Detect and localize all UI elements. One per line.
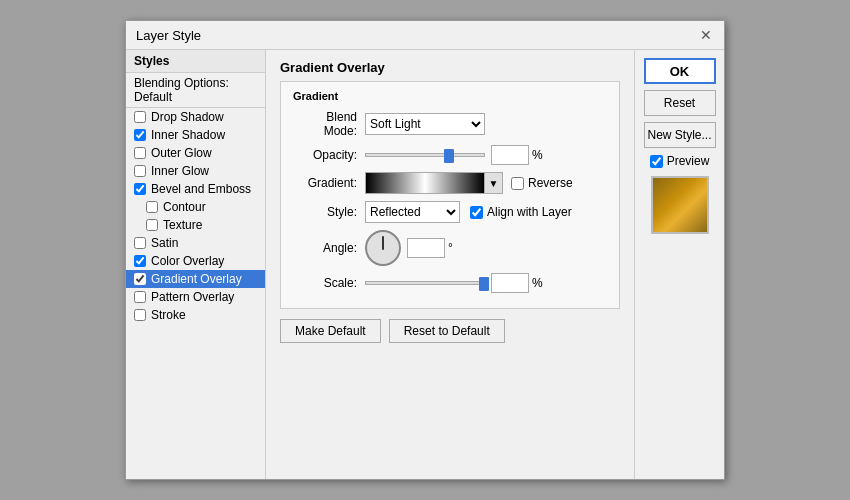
stroke-checkbox[interactable] xyxy=(134,309,146,321)
stroke-item[interactable]: Stroke xyxy=(126,306,265,324)
drop-shadow-checkbox[interactable] xyxy=(134,111,146,123)
angle-input[interactable]: 90 xyxy=(407,238,445,258)
bevel-emboss-checkbox[interactable] xyxy=(134,183,146,195)
dialog-body: Styles Blending Options: Default Drop Sh… xyxy=(126,50,724,479)
reset-button[interactable]: Reset xyxy=(644,90,716,116)
reverse-label: Reverse xyxy=(528,176,573,190)
style-control: Reflected Linear Radial Angle Diamond Al… xyxy=(365,201,572,223)
inner-shadow-item[interactable]: Inner Shadow xyxy=(126,126,265,144)
angle-unit: ° xyxy=(448,241,453,255)
scale-label: Scale: xyxy=(293,276,365,290)
inner-glow-item[interactable]: Inner Glow xyxy=(126,162,265,180)
opacity-label: Opacity: xyxy=(293,148,365,162)
blending-options-item[interactable]: Blending Options: Default xyxy=(126,73,265,108)
drop-shadow-label: Drop Shadow xyxy=(151,110,224,124)
preview-swatch xyxy=(651,176,709,234)
scale-unit: % xyxy=(532,276,543,290)
gradient-overlay-item[interactable]: Gradient Overlay xyxy=(126,270,265,288)
center-panel: Gradient Overlay Gradient Blend Mode: So… xyxy=(266,50,634,479)
close-button[interactable]: ✕ xyxy=(698,27,714,43)
gradient-control: ▼ Reverse xyxy=(365,172,573,194)
preview-label: Preview xyxy=(650,154,710,168)
scale-slider-thumb[interactable] xyxy=(479,277,489,291)
scale-control: 100 % xyxy=(365,273,543,293)
scale-row: Scale: 100 % xyxy=(293,273,607,293)
pattern-overlay-label: Pattern Overlay xyxy=(151,290,234,304)
stroke-label: Stroke xyxy=(151,308,186,322)
drop-shadow-item[interactable]: Drop Shadow xyxy=(126,108,265,126)
gradient-label: Gradient: xyxy=(293,176,365,190)
color-overlay-checkbox[interactable] xyxy=(134,255,146,267)
scale-input[interactable]: 100 xyxy=(491,273,529,293)
opacity-unit: % xyxy=(532,148,543,162)
inner-shadow-label: Inner Shadow xyxy=(151,128,225,142)
group-label: Gradient xyxy=(293,90,607,102)
texture-label: Texture xyxy=(163,218,202,232)
gradient-overlay-checkbox[interactable] xyxy=(134,273,146,285)
opacity-row: Opacity: 70 % xyxy=(293,145,607,165)
contour-label: Contour xyxy=(163,200,206,214)
title-bar: Layer Style ✕ xyxy=(126,21,724,50)
style-row: Style: Reflected Linear Radial Angle Dia… xyxy=(293,201,607,223)
gradient-swatch[interactable] xyxy=(365,172,485,194)
contour-checkbox[interactable] xyxy=(146,201,158,213)
dialog-title: Layer Style xyxy=(136,28,201,43)
inner-shadow-checkbox[interactable] xyxy=(134,129,146,141)
opacity-input[interactable]: 70 xyxy=(491,145,529,165)
angle-label: Angle: xyxy=(293,241,365,255)
ok-button[interactable]: OK xyxy=(644,58,716,84)
make-default-button[interactable]: Make Default xyxy=(280,319,381,343)
pattern-overlay-item[interactable]: Pattern Overlay xyxy=(126,288,265,306)
reset-to-default-button[interactable]: Reset to Default xyxy=(389,319,505,343)
angle-dial[interactable] xyxy=(365,230,401,266)
left-panel: Styles Blending Options: Default Drop Sh… xyxy=(126,50,266,479)
scale-slider-track[interactable] xyxy=(365,281,485,285)
reverse-checkbox[interactable] xyxy=(511,177,524,190)
outer-glow-item[interactable]: Outer Glow xyxy=(126,144,265,162)
preview-checkbox[interactable] xyxy=(650,155,663,168)
color-overlay-item[interactable]: Color Overlay xyxy=(126,252,265,270)
texture-item[interactable]: Texture xyxy=(126,216,265,234)
inner-glow-checkbox[interactable] xyxy=(134,165,146,177)
pattern-overlay-checkbox[interactable] xyxy=(134,291,146,303)
gradient-row: Gradient: ▼ Reverse xyxy=(293,172,607,194)
style-select[interactable]: Reflected Linear Radial Angle Diamond xyxy=(365,201,460,223)
opacity-slider-thumb[interactable] xyxy=(444,149,454,163)
outer-glow-checkbox[interactable] xyxy=(134,147,146,159)
satin-checkbox[interactable] xyxy=(134,237,146,249)
angle-row: Angle: 90 ° xyxy=(293,230,607,266)
reverse-check-label: Reverse xyxy=(511,176,573,190)
gradient-dropdown-btn[interactable]: ▼ xyxy=(485,172,503,194)
right-panel: OK Reset New Style... Preview xyxy=(634,50,724,479)
angle-control: 90 ° xyxy=(365,230,453,266)
section-title: Gradient Overlay xyxy=(280,60,620,75)
gradient-overlay-label: Gradient Overlay xyxy=(151,272,242,286)
satin-label: Satin xyxy=(151,236,178,250)
color-overlay-label: Color Overlay xyxy=(151,254,224,268)
preview-text: Preview xyxy=(667,154,710,168)
new-style-button[interactable]: New Style... xyxy=(644,122,716,148)
blend-mode-row: Blend Mode: Soft Light Normal Multiply S… xyxy=(293,110,607,138)
texture-checkbox[interactable] xyxy=(146,219,158,231)
styles-header: Styles xyxy=(126,50,265,73)
blend-mode-label: Blend Mode: xyxy=(293,110,365,138)
blend-mode-select[interactable]: Soft Light Normal Multiply Screen Overla… xyxy=(365,113,485,135)
opacity-slider-track[interactable] xyxy=(365,153,485,157)
align-label: Align with Layer xyxy=(487,205,572,219)
gradient-group: Gradient Blend Mode: Soft Light Normal M… xyxy=(280,81,620,309)
layer-style-dialog: Layer Style ✕ Styles Blending Options: D… xyxy=(125,20,725,480)
style-label: Style: xyxy=(293,205,365,219)
inner-glow-label: Inner Glow xyxy=(151,164,209,178)
bottom-buttons-row: Make Default Reset to Default xyxy=(280,319,620,343)
contour-item[interactable]: Contour xyxy=(126,198,265,216)
opacity-control: 70 % xyxy=(365,145,543,165)
outer-glow-label: Outer Glow xyxy=(151,146,212,160)
satin-item[interactable]: Satin xyxy=(126,234,265,252)
bevel-emboss-item[interactable]: Bevel and Emboss xyxy=(126,180,265,198)
align-check-label: Align with Layer xyxy=(470,205,572,219)
bevel-emboss-label: Bevel and Emboss xyxy=(151,182,251,196)
align-checkbox[interactable] xyxy=(470,206,483,219)
